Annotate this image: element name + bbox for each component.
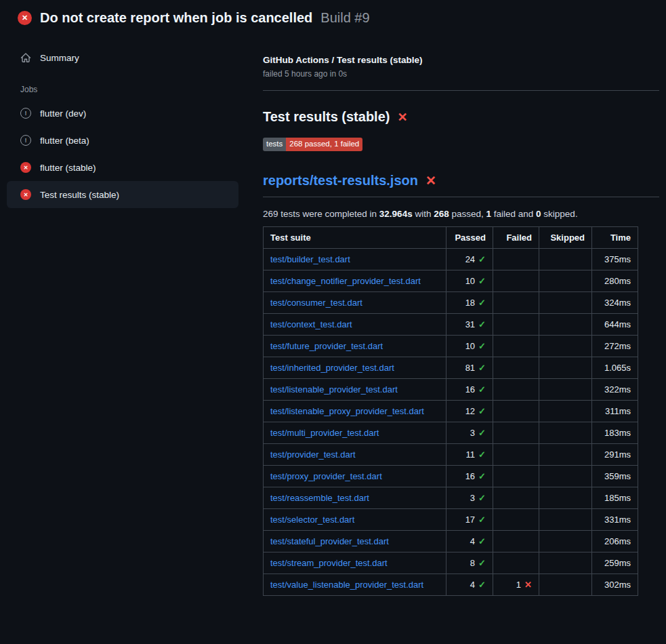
sidebar-item-job-flutter-stable[interactable]: ✕ flutter (stable): [7, 154, 238, 181]
time-cell: 1.065s: [592, 357, 638, 378]
report-link[interactable]: reports/test-results.json: [263, 173, 418, 188]
passed-count: 4: [470, 580, 475, 590]
time-cell: 322ms: [592, 378, 638, 400]
results-table-head: Test suite Passed Failed Skipped Time: [264, 226, 638, 248]
neutral-status-icon: !: [20, 108, 31, 119]
sidebar-item-summary[interactable]: Summary: [7, 44, 238, 71]
check-icon: ✓: [478, 276, 486, 286]
failed-status-icon: ✕: [20, 162, 31, 173]
test-suite-cell: test/change_notifier_provider_test.dart: [264, 270, 446, 291]
check-icon: ✓: [478, 515, 486, 525]
table-row: test/builder_test.dart 24✓ 375ms: [264, 248, 638, 270]
passed-cell: 4✓: [446, 573, 493, 595]
failed-cell: [493, 313, 539, 335]
sidebar: Summary Jobs ! flutter (dev) ! flutter (…: [7, 35, 238, 208]
test-suite-link[interactable]: test/reassemble_test.dart: [270, 493, 369, 503]
sidebar-item-job-flutter-dev[interactable]: ! flutter (dev): [7, 100, 238, 127]
time-cell: 302ms: [592, 573, 638, 595]
failed-cell: [493, 465, 539, 487]
time-cell: 272ms: [592, 335, 638, 357]
col-header-time: Time: [592, 226, 638, 248]
passed-count: 8: [470, 558, 475, 568]
test-suite-link[interactable]: test/change_notifier_provider_test.dart: [270, 276, 421, 286]
passed-count: 3: [470, 428, 475, 438]
table-row: test/value_listenable_provider_test.dart…: [264, 573, 638, 595]
check-icon: ✓: [478, 254, 486, 264]
section-title: Test results (stable): [263, 109, 390, 125]
time-cell: 291ms: [592, 443, 638, 465]
test-suite-link[interactable]: test/proxy_provider_test.dart: [270, 471, 382, 481]
passed-count: 10: [465, 276, 475, 286]
failed-cell: [493, 443, 539, 465]
passed-cell: 3✓: [446, 422, 493, 443]
job-label: flutter (stable): [40, 163, 96, 173]
skipped-cell: [539, 270, 592, 291]
passed-cell: 24✓: [446, 248, 493, 270]
passed-count: 3: [470, 493, 475, 503]
passed-count: 10: [465, 341, 475, 351]
test-suite-cell: test/stream_provider_test.dart: [264, 552, 446, 573]
skipped-cell: [539, 400, 592, 422]
test-suite-cell: test/reassemble_test.dart: [264, 487, 446, 508]
report-heading: reports/test-results.json ✕: [263, 173, 659, 197]
table-row: test/future_provider_test.dart 10✓ 272ms: [264, 335, 638, 357]
failed-x-icon: ✕: [397, 111, 407, 123]
tests-badge: tests 268 passed, 1 failed: [263, 138, 362, 151]
summary-skipped-count: 0: [536, 209, 541, 219]
test-suite-cell: test/listenable_proxy_provider_test.dart: [264, 400, 446, 422]
table-header-row: Test suite Passed Failed Skipped Time: [264, 226, 638, 248]
test-suite-link[interactable]: test/provider_test.dart: [270, 449, 356, 460]
failed-cell: [493, 270, 539, 291]
sidebar-item-label: Summary: [40, 53, 79, 63]
col-header-skipped: Skipped: [539, 226, 592, 248]
failed-status-icon: ✕: [18, 11, 32, 25]
passed-count: 18: [465, 298, 475, 308]
passed-cell: 3✓: [446, 487, 493, 508]
passed-count: 24: [465, 254, 475, 264]
test-suite-link[interactable]: test/stream_provider_test.dart: [270, 558, 388, 568]
failed-cell: [493, 422, 539, 443]
table-row: test/listenable_provider_test.dart 16✓ 3…: [264, 378, 638, 400]
test-suite-link[interactable]: test/listenable_provider_test.dart: [270, 384, 398, 395]
passed-count: 16: [465, 471, 475, 481]
skipped-cell: [539, 530, 592, 552]
page-title: Do not create report when job is cancell…: [40, 10, 312, 26]
test-suite-cell: test/selector_test.dart: [264, 508, 446, 530]
sidebar-item-job-test-results-stable[interactable]: ✕ Test results (stable): [7, 181, 238, 208]
test-suite-link[interactable]: test/future_provider_test.dart: [270, 341, 383, 351]
failed-cell: [493, 335, 539, 357]
time-cell: 259ms: [592, 552, 638, 573]
test-suite-link[interactable]: test/stateful_provider_test.dart: [270, 536, 389, 546]
jobs-section-label: Jobs: [20, 85, 238, 94]
failed-cell: [493, 487, 539, 508]
passed-cell: 17✓: [446, 508, 493, 530]
test-suite-cell: test/value_listenable_provider_test.dart: [264, 573, 446, 595]
table-row: test/consumer_test.dart 18✓ 324ms: [264, 291, 638, 313]
results-table-body: test/builder_test.dart 24✓ 375ms test/ch…: [264, 248, 638, 595]
test-suite-link[interactable]: test/inherited_provider_test.dart: [270, 363, 394, 373]
test-suite-link[interactable]: test/selector_test.dart: [270, 515, 354, 525]
sidebar-item-job-flutter-beta[interactable]: ! flutter (beta): [7, 127, 238, 154]
home-icon: [20, 52, 31, 63]
failed-cell: [493, 248, 539, 270]
failed-cell: 1✕: [493, 573, 539, 595]
test-suite-cell: test/stateful_provider_test.dart: [264, 530, 446, 552]
skipped-cell: [539, 487, 592, 508]
passed-cell: 10✓: [446, 270, 493, 291]
test-suite-link[interactable]: test/value_listenable_provider_test.dart: [270, 580, 423, 590]
time-cell: 185ms: [592, 487, 638, 508]
test-suite-link[interactable]: test/context_test.dart: [270, 319, 352, 329]
test-suite-link[interactable]: test/multi_provider_test.dart: [270, 428, 379, 438]
results-table: Test suite Passed Failed Skipped Time te…: [263, 226, 638, 596]
test-suite-link[interactable]: test/consumer_test.dart: [270, 298, 362, 308]
time-cell: 280ms: [592, 270, 638, 291]
check-icon: ✓: [478, 341, 486, 351]
passed-cell: 81✓: [446, 357, 493, 378]
build-number: Build #9: [320, 10, 369, 26]
passed-count: 81: [465, 363, 475, 373]
summary-text: with: [413, 209, 434, 219]
skipped-cell: [539, 313, 592, 335]
test-suite-link[interactable]: test/builder_test.dart: [270, 254, 350, 264]
breadcrumb: GitHub Actions / Test results (stable): [263, 55, 659, 65]
test-suite-link[interactable]: test/listenable_proxy_provider_test.dart: [270, 406, 424, 416]
